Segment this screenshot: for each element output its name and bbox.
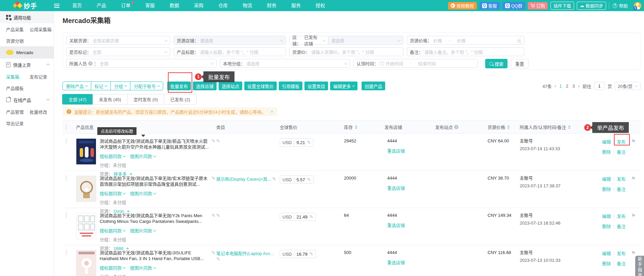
- remark-link[interactable]: 备注: [617, 223, 625, 229]
- publish-link[interactable]: 发布: [617, 250, 625, 256]
- video-tutorial-button[interactable]: ▶ 视频教程: [448, 2, 477, 9]
- product-image[interactable]: [76, 176, 96, 202]
- product-title[interactable]: 测试商品拍下无效/测试商品下单无效/JISULIFE Handheld Mini…: [100, 250, 209, 261]
- claim-time-range[interactable]: 认领时间： 开始时间 - 结束时间: [353, 59, 478, 68]
- group-dropdown[interactable]: 分组: [110, 82, 130, 90]
- edit-price-icon[interactable]: ✎: [309, 214, 316, 220]
- sidebar-group-quick-listing[interactable]: 快速上货: [0, 59, 54, 71]
- goto-page-input[interactable]: [594, 82, 605, 90]
- product-image[interactable]: [76, 213, 96, 239]
- reset-button[interactable]: 重置: [511, 59, 528, 68]
- select-shop-button[interactable]: 选择店铺: [193, 82, 217, 90]
- local-group-select[interactable]: 本地分组： 请选择: [220, 59, 350, 68]
- flag-icon[interactable]: ⚑: [631, 176, 641, 214]
- beginner-guide-tab[interactable]: 新手指南: [635, 256, 644, 276]
- tab-scheduled[interactable]: 定时发布 (0): [127, 94, 164, 105]
- assign-sub-account-dropdown[interactable]: 分配子账号: [130, 82, 163, 90]
- edit-title-icon[interactable]: ✎: [212, 213, 216, 218]
- remark-link[interactable]: 备注: [617, 148, 625, 155]
- edit-category-icon[interactable]: ✎: [216, 138, 220, 144]
- edit-price-icon[interactable]: ✎: [307, 177, 313, 182]
- source-id-input[interactable]: 货源ID： 请输入货源ID，多个用 "，" 分隔: [289, 47, 403, 56]
- edit-category-icon[interactable]: ✎: [216, 256, 220, 262]
- delete-link[interactable]: 删除: [602, 186, 611, 192]
- help-button[interactable]: ? 帮助: [609, 2, 631, 9]
- sidebar-item-collection-box[interactable]: 采集箱: [0, 73, 27, 80]
- row-checkbox[interactable]: [66, 212, 67, 218]
- delete-link[interactable]: 删除: [602, 223, 611, 229]
- shop-select[interactable]: 请选择: [328, 36, 403, 45]
- page-1[interactable]: 1: [559, 84, 563, 89]
- plugin-download-button[interactable]: 插件下载: [550, 2, 574, 10]
- product-title-input[interactable]: 产品标题： 请输入标题，多个用 "，" 分隔: [174, 47, 286, 56]
- global-price-editor[interactable]: USD16.79✎: [280, 250, 316, 258]
- sidebar-item-distribution[interactable]: 货源分销: [0, 38, 27, 44]
- product-title[interactable]: 测试商品拍下无效/测试商品下单无效/新品飞天喷水火箭冲天旋转火箭升空户外戏水神器…: [100, 138, 209, 150]
- menu-toggle-icon[interactable]: [54, 4, 59, 8]
- shop-type-select[interactable]: 店铺： 已发布店铺: [289, 36, 328, 45]
- nav-item-service[interactable]: 客服: [138, 0, 162, 11]
- sort-icon[interactable]: [507, 125, 510, 129]
- related-source-select[interactable]: 关联货源： 全部关联货源: [66, 36, 170, 45]
- set-category-button[interactable]: 设置类目: [304, 82, 328, 90]
- create-product-button[interactable]: 创建产品: [362, 82, 385, 90]
- global-price-editor[interactable]: USD21.49✎: [280, 213, 316, 221]
- row-checkbox[interactable]: [66, 250, 67, 255]
- nav-item-data[interactable]: 数据: [162, 0, 187, 11]
- sort-icon[interactable]: [568, 125, 571, 129]
- nav-item-order[interactable]: 订单: [114, 0, 138, 11]
- edit-price-icon[interactable]: ✎: [307, 140, 313, 145]
- per-page-select[interactable]: 20条/页: [615, 82, 641, 90]
- delete-link[interactable]: 删除: [602, 148, 611, 155]
- remark-link[interactable]: 备注: [617, 186, 625, 192]
- publish-link[interactable]: 发布: [617, 213, 625, 219]
- tab-published[interactable]: 已发布 (2): [164, 94, 197, 105]
- delete-link[interactable]: 删除: [602, 260, 611, 267]
- tab-unpublished[interactable]: 未发布 (45): [93, 94, 128, 105]
- brand-logo[interactable]: 妙手: [0, 1, 57, 10]
- price-from-input[interactable]: 价格: [433, 37, 442, 44]
- search-button[interactable]: 搜索: [485, 59, 507, 68]
- close-icon[interactable]: ×: [271, 109, 273, 114]
- avatar[interactable]: V: [634, 2, 641, 9]
- nav-item-logistics[interactable]: 物流: [235, 0, 259, 11]
- search-same-image-link[interactable]: 搜图片同款: [130, 190, 156, 197]
- edit-link[interactable]: 编辑: [602, 138, 611, 145]
- prev-page-icon[interactable]: ‹: [554, 83, 556, 89]
- delete-product-dropdown[interactable]: 删除产品: [63, 82, 91, 90]
- edit-more-dropdown[interactable]: 编辑更多: [330, 82, 357, 90]
- reselect-shop-link[interactable]: 重选店铺: [387, 222, 405, 228]
- time-end-input[interactable]: 结束时间: [418, 60, 436, 67]
- row-checkbox[interactable]: [66, 175, 67, 181]
- sidebar-group-online-products[interactable]: 在线产品: [0, 94, 54, 106]
- edit-link[interactable]: 编辑: [602, 213, 611, 219]
- apply-template-button[interactable]: 引用模板: [279, 82, 302, 90]
- source-price-range[interactable]: 货源价格： 价格 - 价格 元: [407, 36, 524, 45]
- publish-link[interactable]: 发布: [617, 176, 625, 182]
- product-title[interactable]: 测试商品拍下无效/测试商品下单无效/Y2k Pants Men Clothing…: [100, 213, 209, 224]
- search-same-image-link[interactable]: 搜图片同款: [130, 227, 156, 234]
- reselect-shop-link[interactable]: 重选店铺: [387, 147, 405, 154]
- time-start-input[interactable]: 开始时间: [386, 60, 403, 67]
- search-same-image-link[interactable]: 搜图片同款: [130, 264, 156, 271]
- sidebar-group-mercado[interactable]: Mercado: [0, 46, 54, 59]
- source-shop-select[interactable]: 货源店铺： 请选择: [174, 36, 286, 45]
- edit-title-icon[interactable]: ✎: [212, 138, 216, 144]
- product-image[interactable]: [76, 138, 96, 165]
- set-global-price-button[interactable]: 设置全球售价: [244, 82, 277, 90]
- sidebar-item-batch-edit[interactable]: 批量修改: [27, 109, 54, 115]
- edit-title-icon[interactable]: ✎: [212, 250, 216, 255]
- price-to-input[interactable]: 价格: [457, 37, 466, 44]
- nav-item-product[interactable]: 产品: [89, 0, 114, 11]
- nav-item-finance[interactable]: 财务: [259, 0, 284, 11]
- tab-all[interactable]: 全部 (47): [62, 94, 93, 105]
- search-same-title-link[interactable]: 搜标题同款: [100, 227, 125, 234]
- page-3[interactable]: 3: [572, 84, 575, 89]
- owner-select[interactable]: 所属人员 ?： 全部: [66, 59, 217, 68]
- global-price-editor[interactable]: USD9.21✎: [280, 138, 314, 146]
- sidebar-item-product-collect[interactable]: 产品采集: [0, 26, 27, 32]
- sidebar-item-publish-record[interactable]: 发布记录: [27, 73, 54, 80]
- global-price-editor[interactable]: USD5.57✎: [280, 176, 314, 184]
- qq-group-button[interactable]: Q QQ群: [502, 2, 525, 9]
- flag-icon[interactable]: ⚑: [631, 213, 641, 251]
